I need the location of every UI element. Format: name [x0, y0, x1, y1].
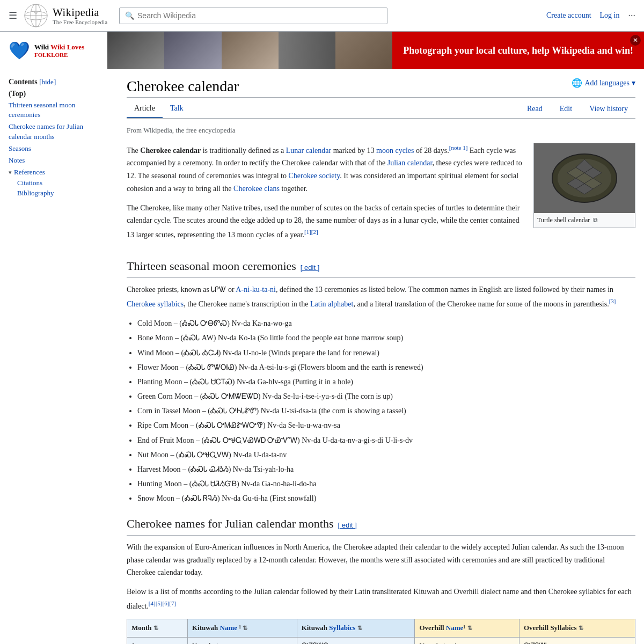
- search-box: 🔍: [119, 8, 387, 24]
- from-wikipedia-text: From Wikipedia, the free encyclopedia: [127, 125, 635, 136]
- link-julian-calendar[interactable]: Julian calendar: [387, 159, 433, 167]
- section-intro-julian-2: Below is a list of months according to t…: [127, 586, 635, 612]
- logo-text-block: Wikipedia The Free Encyclopedia: [53, 6, 107, 25]
- link-moon-cycles[interactable]: moon cycles: [376, 146, 414, 154]
- link-cherokee-syllabics[interactable]: Cherokee syllabics: [127, 299, 184, 308]
- sort-arrow-kituwah-syl: ⇅: [357, 625, 362, 631]
- wikipedia-globe-icon: W: [24, 3, 48, 28]
- toc-item-seasons[interactable]: Seasons: [9, 144, 105, 153]
- log-in-link[interactable]: Log in: [600, 11, 620, 20]
- list-item: Ripe Corn Moon – (ᎣᏍᏓ ᎤᎷᏯᏑᎳᎤᏡ) Nv-da Se-…: [137, 419, 635, 432]
- tab-article[interactable]: Article: [127, 100, 163, 118]
- toc-item-thirteen-moon[interactable]: Thirteen seasonal moon ceremonies: [9, 100, 105, 120]
- banner-heart-icon: 💙: [9, 40, 30, 61]
- list-item: Flower Moon – (ᎣᏍᏓ ᏛᏔᎺᏯ) Nv-da A-tsi-lu-…: [137, 361, 635, 374]
- section-intro-thirteen-moon: Cherokee priests, known as ᏓᎵᏔ or A-ni-k…: [127, 283, 635, 310]
- table-header-month[interactable]: Month ⇅: [127, 619, 188, 638]
- list-item: Wind Moon – (ᎣᏍᏓ ᎣᏨᏗ) Nv-da U-no-le (Win…: [137, 346, 635, 360]
- link-cherokee-society[interactable]: Cherokee society: [288, 172, 340, 180]
- link-ani-kuta-ni[interactable]: A-ni-ku-ta-ni: [236, 286, 276, 294]
- sort-arrow-month: ⇅: [153, 625, 158, 631]
- tab-read[interactable]: Read: [519, 100, 550, 118]
- sort-arrow-overhill-name: ⇅: [467, 625, 472, 631]
- list-item: Hunting Moon – (ᎣᏍᏓ ᏌᏘᏱᏳᏴ) Nv-da Ga-no-h…: [137, 477, 635, 491]
- list-item: Planting Moon – (ᎣᏍᏓ ᏌᏟᎢᏍ) Nv-da Ga-hlv-…: [137, 375, 635, 389]
- article-header: Cherokee calendar 🌐 Add languages ▾: [127, 78, 635, 98]
- toc-item-top: (Top): [9, 90, 105, 98]
- banner-brand-name: Wiki Wiki Loves: [34, 43, 84, 52]
- article-tabs: Article Talk Read Edit View history: [127, 100, 635, 119]
- chevron-down-icon: ▾: [9, 169, 12, 176]
- banner-close-button[interactable]: ✕: [630, 35, 641, 46]
- toc-item-julian-calendar[interactable]: Cherokee names for Julian calendar month…: [9, 122, 105, 141]
- translate-icon: 🌐: [572, 78, 582, 88]
- chevron-down-icon: ▾: [632, 78, 635, 87]
- table-cell: January: [127, 638, 188, 644]
- search-icon: 🔍: [125, 11, 134, 20]
- turtle-image: [534, 143, 635, 213]
- list-item: Green Corn Moon – (ᎣᏍᏓ ᎤᎷᏔᎬᏔᎠ) Nv-da Se-…: [137, 390, 635, 403]
- toc-references-row: ▾ References: [9, 167, 105, 177]
- table-cell: U-no-lv-ta-na: [187, 638, 297, 644]
- section-heading-thirteen-moon: Thirteen seasonal moon ceremonies [ edit…: [127, 257, 635, 278]
- table-header-kituwah-syllabics[interactable]: Kituwah Syllabics ⇅: [297, 619, 415, 638]
- expand-image-icon[interactable]: ⧉: [593, 215, 598, 225]
- more-options-button[interactable]: ···: [628, 10, 636, 21]
- toc-title: Contents [hide]: [9, 78, 105, 86]
- tab-edit[interactable]: Edit: [552, 100, 580, 118]
- table-cell: ᎤᏃᎸᏔᎾ: [297, 638, 415, 644]
- page-layout: Contents [hide] (Top) Thirteen seasonal …: [0, 69, 644, 644]
- ref-4-7[interactable]: [4][5][6][7]: [149, 600, 176, 606]
- sort-arrow-overhill-syl: ⇅: [579, 625, 583, 631]
- search-container: 🔍: [119, 8, 387, 24]
- table-header-kituwah-name[interactable]: Kituwah Name ¹ ⇅: [187, 619, 297, 638]
- table-header-overhill-syllabics[interactable]: Overhill Syllabics ⇅: [519, 619, 635, 638]
- link-latin-alphabet[interactable]: Latin alphabet: [310, 299, 353, 308]
- julian-calendar-table: Month ⇅ Kituwah Name ¹ ⇅ Kituwah Syllabi…: [127, 619, 635, 644]
- section-edit-link-thirteen-moon[interactable]: [ edit ]: [301, 262, 319, 274]
- sort-arrow-kituwah-name: ⇅: [243, 625, 247, 631]
- table-of-contents: Contents [hide] (Top) Thirteen seasonal …: [9, 69, 116, 644]
- logo-title: Wikipedia: [53, 6, 107, 19]
- tab-view-history[interactable]: View history: [582, 100, 635, 118]
- toc-item-references[interactable]: References: [14, 167, 45, 177]
- banner-brand-text: Wiki Wiki Loves FOLKLORE: [34, 43, 84, 58]
- ref-note1[interactable]: [note 1]: [449, 144, 468, 151]
- table-cell: U-no-lv-ta-ni: [415, 638, 519, 644]
- create-account-link[interactable]: Create account: [546, 11, 591, 20]
- search-input[interactable]: [137, 11, 382, 20]
- tabs-left: Article Talk: [127, 100, 191, 118]
- section-intro-julian-1: With the expansion of Euro-American infl…: [127, 541, 635, 579]
- ref-3[interactable]: [3]: [609, 298, 616, 304]
- ref-1-2[interactable]: [1][2]: [304, 229, 318, 235]
- article-title: Cherokee calendar: [127, 78, 239, 95]
- add-languages-button[interactable]: 🌐 Add languages ▾: [572, 78, 635, 88]
- banner-cta-text: Photograph your local culture, help Wiki…: [392, 36, 644, 65]
- toc-item-bibliography[interactable]: Bibliography: [9, 189, 105, 197]
- wiki-loves-banner: 💙 Wiki Wiki Loves FOLKLORE Photograph yo…: [0, 32, 644, 69]
- toc-item-citations[interactable]: Citations: [9, 179, 105, 187]
- list-item: Corn in Tassel Moon – (ᎣᏍᏓ ᎤᏂᏓᏑᏛ) Nv-da …: [137, 404, 635, 418]
- section-title-text: Thirteen seasonal moon ceremonies: [127, 257, 296, 275]
- list-item: Nut Moon – (ᎣᏍᏓ ᎤᏠᏩᏙᎳ) Nv-da U-da-ta-nv: [137, 448, 635, 462]
- table-header-overhill-name[interactable]: Overhill Name¹ ⇅: [415, 619, 519, 638]
- list-item: Cold Moon – (ᎣᏍᏓ ᎤᎾᏛᏍ) Nv-da Ka-na-wo-ga: [137, 317, 635, 330]
- image-caption: Turtle shell calendar ⧉: [534, 213, 635, 228]
- toc-item-notes[interactable]: Notes: [9, 156, 105, 165]
- page-header: ☰ W Wikipedia The Free Encyclopedia 🔍 Cr…: [0, 0, 644, 32]
- banner-logo-section: 💙 Wiki Wiki Loves FOLKLORE: [0, 32, 107, 69]
- section-edit-link-julian[interactable]: [ edit ]: [338, 520, 356, 531]
- main-content: Cherokee calendar 🌐 Add languages ▾ Arti…: [116, 69, 635, 644]
- link-cherokee-clans[interactable]: Cherokee clans: [233, 185, 280, 193]
- article-body: From Wikipedia, the free encyclopedia: [127, 125, 635, 644]
- tab-talk[interactable]: Talk: [163, 100, 191, 118]
- logo-link[interactable]: W Wikipedia The Free Encyclopedia: [24, 3, 107, 28]
- link-lunar-calendar[interactable]: Lunar calendar: [286, 146, 331, 154]
- section-heading-julian-calendar: Cherokee names for Julian calendar month…: [127, 514, 635, 536]
- toc-hide-button[interactable]: [hide]: [39, 78, 56, 86]
- banner-brand-sub: FOLKLORE: [34, 52, 84, 58]
- list-item: End of Fruit Moon – (ᎣᏍᏓ ᎤᏠᏩᏙᏯᎳᎠ ᎤᏯᏉᎳ) N…: [137, 434, 635, 447]
- moon-ceremonies-list: Cold Moon – (ᎣᏍᏓ ᎤᎾᏛᏍ) Nv-da Ka-na-wo-ga…: [137, 317, 635, 505]
- hamburger-menu[interactable]: ☰: [9, 10, 17, 21]
- svg-text:W: W: [34, 10, 39, 15]
